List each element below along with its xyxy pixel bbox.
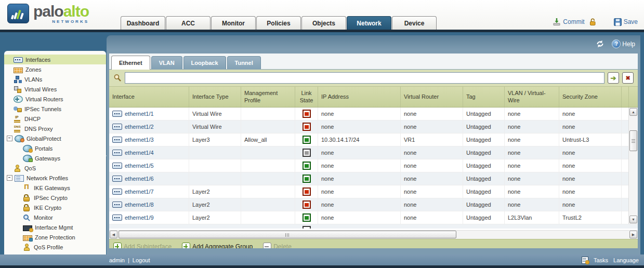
- add-subinterface-button[interactable]: Add Subinterface: [113, 243, 172, 249]
- interface-link[interactable]: ethernet1/4: [125, 150, 154, 156]
- interface-link[interactable]: ethernet1/9: [125, 215, 154, 221]
- scroll-up-button[interactable]: ▲: [629, 108, 637, 116]
- column-header-ip-address[interactable]: IP Address: [318, 87, 401, 107]
- sidebar-item-dhcp[interactable]: DHCP: [4, 114, 106, 124]
- column-header-management-profile[interactable]: Management Profile: [241, 87, 295, 107]
- sidebar-item-network-profiles[interactable]: Network Profiles: [4, 173, 106, 183]
- subtab-loopback[interactable]: Loopback: [183, 56, 226, 69]
- sidebar-tree: InterfacesZonesVLANsVirtual WiresVirtual…: [4, 51, 106, 252]
- scroll-left-button[interactable]: ◀: [110, 231, 117, 238]
- lock-icon[interactable]: [589, 18, 596, 26]
- sidebar-item-dns-proxy[interactable]: DNS Proxy: [4, 124, 106, 133]
- top-header: paloalto NETWORKS DashboardACCMonitorPol…: [0, 0, 644, 30]
- save-button[interactable]: Save: [614, 18, 638, 26]
- column-header-tag[interactable]: Tag: [463, 87, 505, 107]
- logout-link[interactable]: Logout: [133, 257, 150, 263]
- interface-link[interactable]: ethernet1/2: [125, 124, 154, 130]
- vertical-scroll-thumb[interactable]: [629, 130, 637, 151]
- sidebar-item-zone-protection[interactable]: Zone Protection: [4, 232, 106, 242]
- sidebar-item-monitor[interactable]: Monitor: [4, 212, 106, 222]
- subtab-ethernet[interactable]: Ethernet: [111, 56, 150, 70]
- sidebar-item-virtual-routers[interactable]: Virtual Routers: [4, 94, 106, 104]
- column-header-interface[interactable]: Interface: [109, 87, 189, 107]
- sidebar-item-label: Virtual Wires: [24, 86, 57, 92]
- table-row[interactable]: ethernet1/4nonenoneUntaggednonenone: [109, 146, 638, 159]
- dhcp-icon: [14, 115, 22, 123]
- search-input[interactable]: [125, 72, 604, 84]
- cell-zone: TrustL2: [559, 211, 622, 224]
- column-header-vlan-virtual-wire[interactable]: VLAN / Virtual-Wire: [505, 87, 559, 107]
- commit-button[interactable]: Commit: [553, 18, 584, 26]
- sidebar-item-interface-mgmt[interactable]: Interface Mgmt: [4, 222, 106, 232]
- zones-icon: [14, 68, 23, 73]
- sidebar-item-ike-gateways[interactable]: IKE Gateways: [4, 183, 106, 193]
- interface-link[interactable]: ethernet1/3: [125, 137, 154, 143]
- apply-filter-button[interactable]: ➔: [608, 72, 619, 84]
- tasks-link[interactable]: Tasks: [594, 257, 608, 263]
- table-row[interactable]: ethernet1/9Layer2nonenoneUntaggedL2L3Vla…: [109, 211, 638, 224]
- column-header-security-zone[interactable]: Security Zone: [559, 87, 622, 107]
- help-button[interactable]: ? Help: [612, 39, 635, 48]
- tab-policies[interactable]: Policies: [256, 16, 301, 30]
- interfaces-content: EthernetVLANLoopbackTunnel ➔ ✖ Interface…: [109, 53, 638, 248]
- tab-monitor[interactable]: Monitor: [211, 16, 256, 30]
- column-header-virtual-router[interactable]: Virtual Router: [401, 87, 463, 107]
- link-state-down-icon: [303, 200, 311, 209]
- sidebar-item-qos[interactable]: QoS: [4, 163, 106, 173]
- interface-link[interactable]: ethernet1/6: [125, 176, 154, 182]
- column-header-link-state[interactable]: Link State: [295, 87, 318, 107]
- tab-objects[interactable]: Objects: [301, 16, 346, 30]
- sidebar-item-ipsec-tunnels[interactable]: IPSec Tunnels: [4, 104, 106, 114]
- sidebar-item-vlans[interactable]: VLANs: [4, 74, 106, 84]
- cell-vr: none: [401, 146, 463, 159]
- column-header-interface-type[interactable]: Interface Type: [189, 87, 241, 107]
- table-row[interactable]: ethernet1/2Virtual WirenonenoneUntaggedn…: [109, 120, 638, 133]
- clear-filter-button[interactable]: ✖: [622, 72, 634, 84]
- tab-dashboard[interactable]: Dashboard: [121, 16, 165, 30]
- table-row[interactable]: ethernet1/1Virtual WirenonenoneUntaggedn…: [109, 108, 638, 120]
- collapse-expander-icon[interactable]: [7, 136, 12, 141]
- collapse-expander-icon[interactable]: [7, 175, 12, 181]
- table-row[interactable]: ethernet1/3Layer3Allow_all10.30.14.17/24…: [109, 133, 638, 146]
- sidebar-item-label: DNS Proxy: [24, 126, 52, 132]
- tab-acc[interactable]: ACC: [166, 16, 211, 30]
- table-row[interactable]: ethernet1/8Layer2nonenoneUntaggednonenon…: [109, 198, 638, 211]
- vlans-icon: [14, 76, 22, 83]
- interface-link[interactable]: ethernet1/1: [125, 111, 154, 117]
- scroll-right-button[interactable]: ▶: [629, 231, 637, 238]
- horizontal-scroll-thumb[interactable]: [119, 231, 456, 238]
- language-link[interactable]: Language: [613, 257, 639, 263]
- table-row[interactable]: ethernet1/5nonenoneUntaggednonenone: [109, 159, 638, 172]
- interface-link[interactable]: ethernet1/5: [125, 163, 154, 169]
- refresh-button[interactable]: [596, 40, 604, 48]
- sidebar-item-globalprotect[interactable]: GlobalProtect: [4, 133, 106, 143]
- sidebar-item-zones[interactable]: Zones: [4, 64, 106, 74]
- sidebar-item-interfaces[interactable]: Interfaces: [4, 55, 106, 64]
- sidebar-item-gateways[interactable]: Gateways: [4, 153, 106, 163]
- cell-vlan: none: [505, 133, 559, 146]
- interface-link[interactable]: ethernet1/7: [125, 189, 154, 195]
- sidebar-item-portals[interactable]: Portals: [4, 143, 106, 153]
- add-aggregate-group-button[interactable]: Add Aggregate Group: [182, 243, 253, 249]
- tab-network[interactable]: Network: [347, 16, 391, 30]
- vertical-scrollbar[interactable]: ▲ ▼: [628, 108, 638, 224]
- sidebar-item-ipsec-crypto[interactable]: IPSec Crypto: [4, 193, 106, 203]
- tab-device[interactable]: Device: [392, 16, 437, 30]
- interface-link[interactable]: ethernet1/8: [125, 202, 154, 208]
- sidebar-item-qos-profile[interactable]: QoS Profile: [4, 242, 106, 252]
- cell-interface: ethernet1/9: [109, 211, 189, 224]
- sidebar-item-label: Virtual Routers: [25, 96, 63, 102]
- sidebar-item-ike-crypto[interactable]: IKE Crypto: [4, 203, 106, 212]
- sidebar-item-label: VLANs: [24, 76, 42, 83]
- subtab-vlan[interactable]: VLAN: [151, 56, 182, 69]
- delete-button[interactable]: Delete: [263, 243, 292, 249]
- cell-type: Layer2: [189, 185, 241, 198]
- horizontal-scrollbar[interactable]: ◀ ▶: [109, 230, 638, 239]
- sidebar-item-virtual-wires[interactable]: Virtual Wires: [4, 84, 106, 94]
- bottom-border: [0, 265, 644, 268]
- table-row[interactable]: ethernet1/6nonenoneUntaggednonenone: [109, 172, 638, 185]
- subtab-tunnel[interactable]: Tunnel: [227, 56, 261, 69]
- cell-link-state: [295, 120, 318, 133]
- table-row[interactable]: ethernet1/7Layer2nonenoneUntaggednonenon…: [109, 185, 638, 198]
- scroll-down-button[interactable]: ▼: [629, 216, 637, 223]
